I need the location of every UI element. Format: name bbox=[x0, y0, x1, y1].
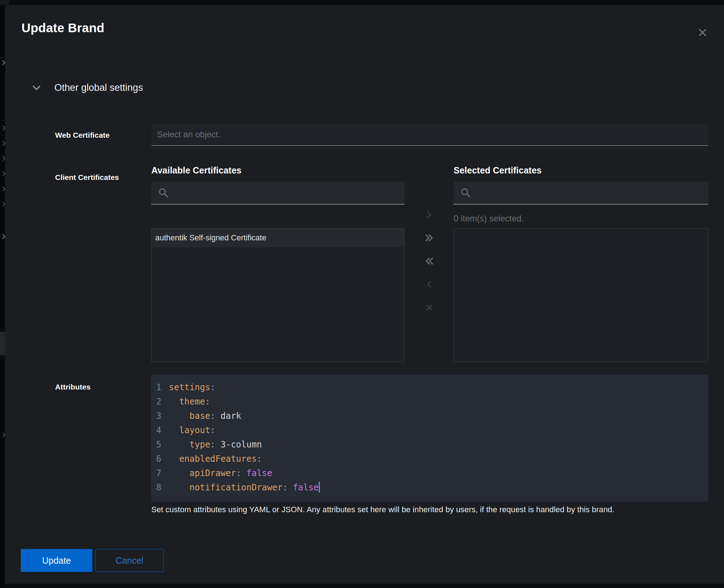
background-chevron-icon bbox=[0, 432, 5, 437]
web-certificate-select[interactable] bbox=[151, 124, 708, 146]
background-page-corner bbox=[0, 0, 9, 5]
web-certificate-label: Web Certificate bbox=[55, 131, 110, 139]
remove-selected-button[interactable] bbox=[422, 277, 436, 291]
selected-status: 0 item(s) selected. bbox=[454, 214, 524, 224]
background-selected-row bbox=[0, 332, 5, 355]
selected-search-box bbox=[454, 182, 708, 205]
client-certificates-label: Client Certificates bbox=[55, 173, 119, 182]
text-cursor bbox=[319, 482, 320, 493]
background-chevron-icon bbox=[0, 156, 5, 161]
attributes-label: Attributes bbox=[55, 383, 90, 391]
search-icon bbox=[461, 188, 471, 198]
expander-label: Other global settings bbox=[54, 82, 143, 93]
divider bbox=[0, 120, 5, 121]
code-line: 3 base: dark bbox=[151, 409, 708, 423]
background-chevron-icon bbox=[0, 60, 5, 65]
code-line: 6 enabledFeatures: bbox=[151, 452, 708, 466]
attributes-code-editor[interactable]: 1settings:2 theme:3 base: dark4 layout:5… bbox=[151, 374, 708, 502]
background-chevron-icon bbox=[0, 141, 5, 146]
chevron-left-icon bbox=[426, 280, 432, 288]
code-line: 7 apiDrawer: false bbox=[151, 466, 708, 480]
background-chevron-icon bbox=[0, 202, 5, 207]
remove-all-button[interactable] bbox=[422, 254, 436, 268]
double-chevron-left-icon bbox=[425, 257, 434, 265]
expander-other-global-settings[interactable]: Other global settings bbox=[32, 82, 143, 93]
selected-certificates-list[interactable] bbox=[454, 228, 708, 362]
attributes-help-text: Set custom attributes using YAML or JSON… bbox=[151, 505, 615, 514]
update-button[interactable]: Update bbox=[21, 549, 92, 572]
update-brand-modal: Update Brand Other global settings Web C… bbox=[5, 5, 724, 584]
chevron-down-icon bbox=[32, 85, 41, 91]
x-icon bbox=[426, 304, 432, 311]
close-x-glyph bbox=[698, 28, 707, 37]
background-chevron-icon bbox=[0, 186, 5, 191]
page-title: Update Brand bbox=[21, 21, 104, 35]
background-sidebar bbox=[0, 5, 5, 588]
close-icon[interactable] bbox=[695, 25, 710, 40]
cancel-button[interactable]: Cancel bbox=[95, 549, 164, 572]
code-line: 1settings: bbox=[151, 380, 708, 395]
code-line: 2 theme: bbox=[151, 395, 708, 409]
available-certificates-title: Available Certificates bbox=[151, 165, 241, 176]
chevron-right-icon bbox=[426, 211, 432, 219]
divider bbox=[0, 356, 5, 357]
divider bbox=[0, 329, 5, 330]
available-certificates-list[interactable]: authentik Self-signed Certificate bbox=[151, 228, 405, 362]
background-chevron-icon bbox=[0, 126, 5, 131]
attributes-code-editor-lines: 1settings:2 theme:3 base: dark4 layout:5… bbox=[151, 380, 708, 495]
code-line: 4 layout: bbox=[151, 423, 708, 437]
list-item[interactable]: authentik Self-signed Certificate bbox=[152, 229, 404, 247]
background-chevron-icon bbox=[0, 171, 5, 176]
double-chevron-right-icon bbox=[425, 234, 434, 242]
selected-search-input[interactable] bbox=[476, 187, 703, 198]
selected-certificates-title: Selected Certificates bbox=[454, 165, 542, 176]
add-selected-button[interactable] bbox=[422, 207, 436, 222]
divider bbox=[0, 58, 5, 58]
background-chevron-icon bbox=[0, 234, 5, 239]
code-line: 5 type: 3-column bbox=[151, 437, 708, 452]
search-icon bbox=[158, 188, 168, 198]
clear-selection-button[interactable] bbox=[422, 300, 436, 315]
code-line: 8 notificationDrawer: false bbox=[151, 480, 708, 495]
available-search-input[interactable] bbox=[173, 187, 400, 198]
available-search-box bbox=[151, 182, 405, 205]
add-all-button[interactable] bbox=[422, 231, 436, 245]
